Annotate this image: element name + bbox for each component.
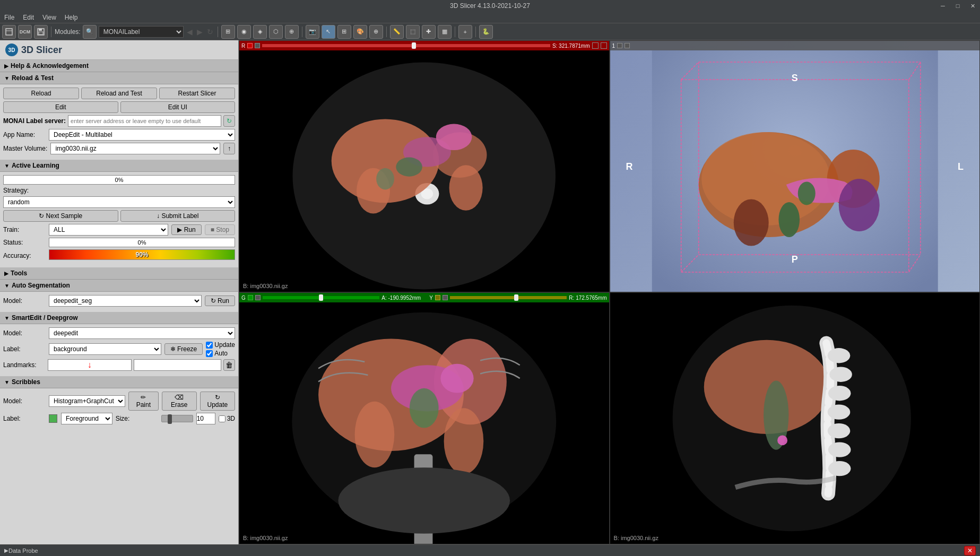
active-learning-header[interactable]: ▼ Active Learning xyxy=(0,160,238,172)
strategy-label: Strategy: xyxy=(3,187,46,194)
search-module-button[interactable]: 🔍 xyxy=(83,25,97,39)
axial-slider[interactable] xyxy=(262,44,550,47)
scene-button[interactable]: ⬡ xyxy=(269,25,283,39)
smartedit-label-select[interactable]: background xyxy=(49,343,161,355)
segment-button[interactable]: ▦ xyxy=(438,25,452,39)
coronal-settings-icon xyxy=(255,295,261,300)
app-name-row: App Name: DeepEdit - Multilabel xyxy=(3,129,235,141)
tools-label: Tools xyxy=(11,270,27,277)
scribbles-model-select[interactable]: Histogram+GraphCut xyxy=(49,395,125,407)
threed-checkbox[interactable] xyxy=(219,415,226,422)
strategy-select[interactable]: random xyxy=(3,196,235,208)
train-stop-button[interactable]: ■ Stop xyxy=(205,224,235,235)
submit-label-button[interactable]: ↓ Submit Label xyxy=(120,210,236,222)
edit-button[interactable]: Edit xyxy=(3,101,118,113)
server-input[interactable] xyxy=(68,115,221,127)
size-slider[interactable] xyxy=(161,415,193,422)
scribbles-label: Scribbles xyxy=(12,378,40,386)
module-reload-button[interactable]: ↻ xyxy=(206,28,214,36)
axial-header: R S: 321.7871mm xyxy=(239,41,609,50)
crosshair2-button[interactable]: + xyxy=(458,25,472,39)
crosshair-button[interactable]: ⊕ xyxy=(369,25,383,39)
help-section-header[interactable]: ▶ Help & Acknowledgement xyxy=(0,60,238,72)
landmark-delete-button[interactable]: 🗑 xyxy=(223,359,235,371)
landmark-input[interactable]: ↓ xyxy=(48,359,132,371)
roi-button[interactable]: ⬚ xyxy=(406,25,420,39)
left-panel: 3D 3D Slicer ▶ Help & Acknowledgement ▼ … xyxy=(0,40,239,544)
svg-point-16 xyxy=(436,124,472,151)
menu-view[interactable]: View xyxy=(38,12,60,23)
bottom-close-button[interactable]: ✕ xyxy=(964,546,976,555)
scribbles-header[interactable]: ▼ Scribbles xyxy=(0,376,238,388)
app-name-select[interactable]: DeepEdit - Multilabel xyxy=(49,129,235,141)
axial-slider-thumb xyxy=(412,42,416,49)
scribbles-paint-button[interactable]: ✏ Paint xyxy=(128,392,159,411)
module-dropdown[interactable]: MONAILabel xyxy=(99,26,184,38)
progress-label: 0% xyxy=(115,177,124,183)
reload-section-header[interactable]: ▼ Reload & Test xyxy=(0,72,238,84)
smartedit-content: Model: deepedit Label: background ❄ Free… xyxy=(0,324,238,376)
models-button[interactable]: ◈ xyxy=(253,25,267,39)
train-run-button[interactable]: ▶ Run xyxy=(171,224,201,235)
restart-slicer-button[interactable]: Restart Slicer xyxy=(159,88,235,99)
orient-p-label: P xyxy=(792,254,798,265)
update-checkbox[interactable] xyxy=(206,342,213,349)
module-prev-button[interactable]: ◀ xyxy=(186,28,194,36)
transform-button[interactable]: ⊕ xyxy=(285,25,299,39)
svg-point-53 xyxy=(828,386,851,401)
layout-button[interactable]: ⊞ xyxy=(221,25,235,39)
module-next-button[interactable]: ▶ xyxy=(196,28,204,36)
coronal-view[interactable]: G A: -190.9952mm Y R: 172.5765mm xyxy=(239,292,610,544)
reload-button[interactable]: Reload xyxy=(3,88,79,99)
auto-seg-header[interactable]: ▼ Auto Segmentation xyxy=(0,280,238,292)
cursor-button[interactable]: ↖ xyxy=(322,25,335,39)
extension-button[interactable]: 🐍 xyxy=(479,25,493,39)
sagittal-view[interactable]: B: img0030.nii.gz xyxy=(610,292,981,544)
threed-label: 3D xyxy=(227,415,235,422)
size-input[interactable] xyxy=(196,413,215,424)
reload-btn-row: Reload Reload and Test Restart Slicer xyxy=(3,88,235,99)
paint-toolbar-button[interactable]: 🎨 xyxy=(353,25,367,39)
smartedit-model-select[interactable]: deepedit xyxy=(49,327,235,339)
next-sample-button[interactable]: ↻ Next Sample xyxy=(3,210,118,222)
data-button[interactable] xyxy=(2,25,16,39)
master-volume-select[interactable]: img0030.nii.gz xyxy=(50,143,220,154)
minimize-button[interactable]: ─ xyxy=(935,0,950,12)
fiducial-button[interactable]: ✚ xyxy=(422,25,436,39)
window-controls: ─ □ ✕ xyxy=(935,0,980,12)
master-volume-upload-button[interactable]: ↑ xyxy=(223,143,235,154)
auto-checkbox[interactable] xyxy=(206,350,213,357)
freeze-button[interactable]: ❄ Freeze xyxy=(164,343,203,355)
scribbles-update-button[interactable]: ↻ Update xyxy=(200,392,235,411)
scribbles-label-select[interactable]: Foreground xyxy=(61,413,112,424)
save-button[interactable] xyxy=(34,25,48,39)
reload-and-test-button[interactable]: Reload and Test xyxy=(81,88,157,99)
dcm-button[interactable]: DCM xyxy=(18,25,32,39)
coronal-slider2[interactable] xyxy=(450,296,567,299)
edit-ui-button[interactable]: Edit UI xyxy=(120,101,236,113)
smartedit-header[interactable]: ▼ SmartEdit / Deepgrow xyxy=(0,312,238,324)
landmark-value-input[interactable] xyxy=(134,359,222,371)
volume-button[interactable]: ◉ xyxy=(237,25,251,39)
server-refresh-button[interactable]: ↻ xyxy=(223,115,235,127)
menu-file[interactable]: File xyxy=(0,12,19,23)
menu-edit[interactable]: Edit xyxy=(19,12,38,23)
axial-measurement: S: 321.7871mm xyxy=(552,43,590,49)
maximize-button[interactable]: □ xyxy=(950,0,965,12)
active-learning-label: Active Learning xyxy=(12,162,59,169)
ruler-button[interactable]: 📏 xyxy=(390,25,404,39)
svg-point-34 xyxy=(838,179,879,231)
auto-seg-run-button[interactable]: ↻ Run xyxy=(205,296,235,306)
axial-view[interactable]: R S: 321.7871mm xyxy=(239,40,610,292)
train-select[interactable]: ALL xyxy=(49,224,168,236)
capture-button[interactable]: 📷 xyxy=(306,25,319,39)
window-level-button[interactable]: ⊞ xyxy=(337,25,351,39)
auto-seg-model-select[interactable]: deepedit_seg xyxy=(49,295,202,307)
sagittal-label: B: img0030.nii.gz xyxy=(612,534,660,542)
coronal-slider[interactable] xyxy=(263,296,379,299)
menu-help[interactable]: Help xyxy=(60,12,82,23)
close-button[interactable]: ✕ xyxy=(965,0,980,12)
3d-view[interactable]: 1 xyxy=(610,40,981,292)
tools-section-header[interactable]: ▶ Tools xyxy=(0,267,238,280)
scribbles-erase-button[interactable]: ⌫ Erase xyxy=(162,392,197,411)
